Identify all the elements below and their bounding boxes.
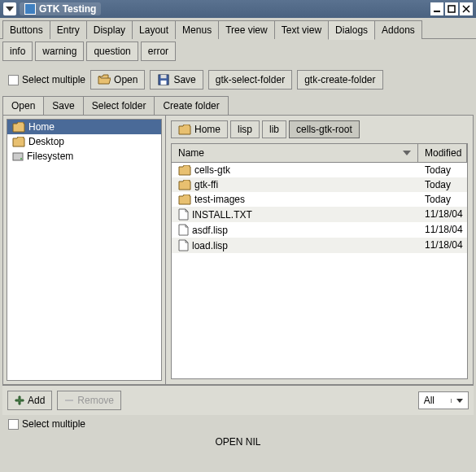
add-label: Add: [28, 395, 45, 406]
column-header-modified[interactable]: Modified: [418, 144, 467, 162]
file-icon: [178, 208, 189, 221]
remove-label: Remove: [77, 395, 114, 406]
breadcrumb-label: Home: [194, 124, 221, 135]
filter-dropdown[interactable]: All: [418, 391, 469, 409]
tab-text-view[interactable]: Text view: [274, 20, 329, 39]
remove-button[interactable]: Remove: [57, 391, 121, 410]
file-modified: Today: [418, 164, 467, 176]
tab-dialogs[interactable]: Dialogs: [328, 20, 375, 40]
svg-rect-7: [65, 400, 73, 401]
file-modified: 11/18/04: [418, 239, 467, 251]
file-modified: 11/18/04: [418, 224, 467, 236]
select-multiple-checkbox[interactable]: Select multiple: [8, 74, 85, 85]
folder-icon: [178, 165, 191, 176]
open-button[interactable]: Open: [90, 70, 145, 90]
dialog-question-button[interactable]: question: [86, 42, 138, 61]
breadcrumb-lib[interactable]: lib: [262, 120, 286, 138]
select-folder-label: gtk-select-folder: [216, 74, 285, 85]
sort-arrow-icon: [403, 151, 411, 155]
file-name: asdf.lisp: [192, 225, 228, 236]
status-bar: OPEN NIL: [0, 433, 476, 451]
file-list: Name Modified cells-gtkTodaygtk-ffiToday…: [171, 143, 468, 379]
breadcrumb: Homelisplibcells-gtk-root: [166, 116, 473, 143]
checkbox-icon: [8, 419, 19, 430]
filter-value: All: [424, 395, 435, 406]
svg-rect-1: [448, 6, 455, 12]
sidebar-item-label: Filesystem: [27, 151, 73, 162]
breadcrumb-label: cells-gtk-root: [296, 124, 352, 135]
file-row[interactable]: asdf.lisp11/18/04: [172, 222, 467, 238]
file-name: load.lisp: [192, 240, 228, 251]
disk-icon: [12, 151, 24, 162]
places-list: HomeDesktopFilesystem: [7, 119, 162, 381]
tab-layout[interactable]: Layout: [132, 20, 176, 39]
breadcrumb-lisp[interactable]: lisp: [230, 120, 260, 138]
sidebar-item-filesystem[interactable]: Filesystem: [7, 149, 161, 164]
bottom-toolbar: Add Remove All: [2, 385, 474, 415]
breadcrumb-cells-gtk-root[interactable]: cells-gtk-root: [289, 120, 360, 138]
file-dialog-tabs: OpenSaveSelect folderCreate folder: [0, 96, 476, 115]
file-row[interactable]: load.lisp11/18/04: [172, 238, 467, 253]
save-label: Save: [173, 74, 195, 85]
tab-buttons[interactable]: Buttons: [2, 20, 50, 39]
dialog-warning-button[interactable]: warning: [35, 42, 84, 61]
add-button[interactable]: Add: [7, 391, 52, 410]
select-multiple-label: Select multiple: [22, 74, 85, 85]
file-name: gtk-ffi: [194, 179, 218, 190]
file-rows: cells-gtkTodaygtk-ffiTodaytest-imagesTod…: [172, 163, 467, 378]
filetab-open[interactable]: Open: [2, 96, 44, 115]
sidebar-item-desktop[interactable]: Desktop: [7, 134, 161, 149]
svg-point-6: [20, 158, 22, 160]
chevron-down-icon: [451, 399, 463, 403]
file-row[interactable]: cells-gtkToday: [172, 163, 467, 177]
tab-tree-view[interactable]: Tree view: [218, 20, 275, 39]
tab-entry[interactable]: Entry: [50, 20, 87, 39]
dialog-error-button[interactable]: error: [141, 42, 176, 61]
tab-menus[interactable]: Menus: [175, 20, 219, 39]
file-list-header: Name Modified: [172, 144, 467, 163]
file-main-area: Homelisplibcells-gtk-root Name Modified …: [166, 116, 473, 384]
column-header-name[interactable]: Name: [172, 144, 418, 162]
file-modified: 11/18/04: [418, 208, 467, 221]
name-header-label: Name: [178, 147, 204, 159]
folder-icon: [178, 194, 191, 205]
filetab-select-folder[interactable]: Select folder: [83, 96, 155, 115]
file-chooser: HomeDesktopFilesystem Homelisplibcells-g…: [2, 115, 474, 385]
sidebar-item-home[interactable]: Home: [7, 120, 161, 134]
minimize-button[interactable]: [430, 2, 443, 15]
filetab-create-folder[interactable]: Create folder: [154, 96, 228, 115]
plus-icon: [15, 396, 24, 405]
main-tabs: ButtonsEntryDisplayLayoutMenusTree viewT…: [0, 18, 476, 39]
dialog-type-buttons: infowarningquestionerror: [0, 38, 476, 63]
titlebar-title-wrap: GTK Testing: [20, 2, 101, 15]
file-modified: Today: [418, 194, 467, 205]
file-row[interactable]: test-imagesToday: [172, 192, 467, 207]
window-menu-button[interactable]: [3, 2, 16, 15]
dialog-info-button[interactable]: info: [2, 42, 33, 61]
footer-select-multiple[interactable]: Select multiple: [0, 415, 476, 433]
filetab-save[interactable]: Save: [43, 96, 83, 115]
minus-icon: [64, 396, 74, 405]
gtk-create-folder-button[interactable]: gtk-create-folder: [297, 70, 382, 90]
breadcrumb-label: lisp: [238, 124, 252, 135]
footer-select-multiple-label: Select multiple: [22, 418, 85, 430]
create-folder-label: gtk-create-folder: [304, 74, 375, 85]
gtk-select-folder-button[interactable]: gtk-select-folder: [208, 70, 292, 90]
close-button[interactable]: [460, 2, 473, 15]
maximize-button[interactable]: [445, 2, 458, 15]
save-button[interactable]: Save: [150, 70, 203, 90]
file-name: test-images: [194, 194, 245, 205]
svg-rect-3: [161, 75, 167, 78]
folder-icon: [12, 122, 25, 133]
svg-rect-0: [434, 11, 440, 12]
open-label: Open: [114, 74, 138, 85]
places-sidebar: HomeDesktopFilesystem: [3, 116, 166, 384]
tab-addons[interactable]: Addons: [374, 20, 422, 39]
tab-display[interactable]: Display: [86, 20, 133, 39]
breadcrumb-home[interactable]: Home: [171, 120, 228, 138]
file-row[interactable]: gtk-ffiToday: [172, 177, 467, 192]
folder-icon: [12, 137, 25, 147]
dialog-toolbar: Select multiple Open Save gtk-select-fol…: [0, 63, 476, 96]
modified-header-label: Modified: [425, 147, 461, 159]
file-row[interactable]: INSTALL.TXT11/18/04: [172, 207, 467, 222]
